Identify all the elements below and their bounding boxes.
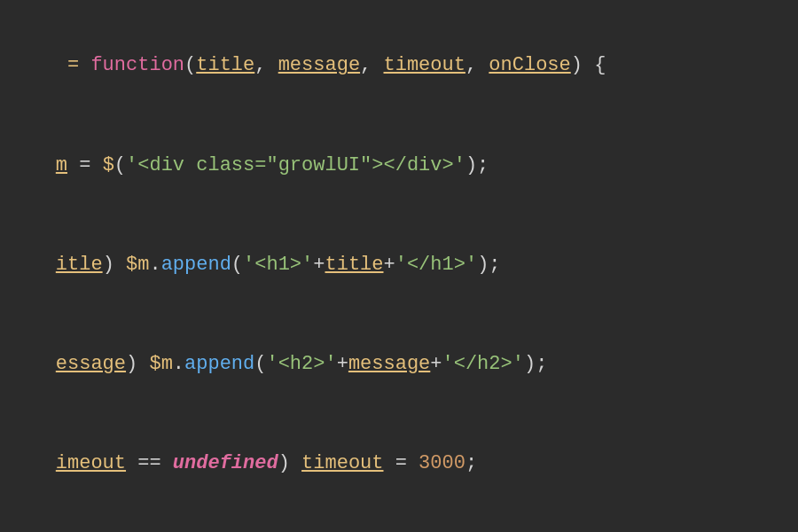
token-semi1: ; — [466, 452, 477, 474]
token-m-ref2: $m — [149, 353, 172, 375]
token-str-h1-open: '<h1>' — [243, 254, 313, 276]
token-param-message: message — [278, 54, 360, 76]
token-plus4: + — [430, 353, 442, 375]
token-str-h2-close: '</h2>' — [442, 353, 524, 375]
token-3000: 3000 — [419, 452, 466, 474]
token-comma1: , — [254, 54, 278, 76]
token-message-ref: message — [348, 353, 430, 375]
token-undefined: undefined — [173, 452, 278, 474]
token-itle: itle — [56, 254, 103, 276]
token-rparen4: ) — [126, 353, 149, 375]
token-rparen: ); — [466, 154, 489, 176]
code-line-1: = function(title, message, timeout, onCl… — [9, 16, 798, 115]
token-m-ref1: $m — [126, 254, 149, 276]
token-dot2: . — [173, 353, 184, 375]
token-param-onclose: onClose — [489, 54, 570, 76]
token-str-h2-open: '<h2>' — [266, 353, 336, 375]
code-editor: = function(title, message, timeout, onCl… — [0, 0, 798, 532]
token-plus1: + — [313, 254, 325, 276]
token-str-h1-close: '</h1>' — [395, 254, 477, 276]
token-append2: append — [184, 353, 254, 375]
token-paren-close: ) { — [571, 54, 606, 76]
token-comma2: , — [360, 54, 383, 76]
token-string: '<div class="growlUI"></div>' — [126, 154, 466, 176]
token-eqeq: == — [126, 452, 173, 474]
token-comma3: , — [466, 54, 489, 76]
token-eq2: = — [384, 452, 419, 474]
token-plus2: + — [384, 254, 395, 276]
token-timeout-assign: timeout — [301, 452, 383, 474]
code-line-4: essage) $m.append('<h2>'+message+'</h2>'… — [9, 315, 798, 414]
code-line-6: ckUI({ — [9, 513, 798, 532]
token-dollar: $ — [103, 154, 114, 176]
token-lparen: ( — [114, 154, 126, 176]
token-append1: append — [161, 254, 231, 276]
token-rparen5: ); — [524, 353, 547, 375]
token-rparen6: ) — [278, 452, 301, 474]
token-plus3: + — [337, 353, 348, 375]
token-lparen3: ( — [254, 353, 266, 375]
token-param-title: title — [196, 54, 254, 76]
token-lparen2: ( — [231, 254, 243, 276]
token-imeout1: imeout — [56, 452, 126, 474]
token-dot1: . — [149, 254, 160, 276]
code-line-5: imeout == undefined) timeout = 3000; — [9, 414, 798, 513]
token-rparen3: ); — [477, 254, 500, 276]
token-m-var: m — [56, 154, 67, 176]
code-line-3: itle) $m.append('<h1>'+title+'</h1>'); — [9, 215, 798, 314]
token-equals: = — [56, 54, 91, 76]
token-rparen2: ) — [103, 254, 126, 276]
token-title-ref: title — [325, 254, 383, 276]
token-essage: essage — [56, 353, 126, 375]
token-assign: = — [67, 154, 103, 176]
token-param-timeout: timeout — [384, 54, 466, 76]
token-paren: ( — [184, 54, 196, 76]
code-line-2: m = $('<div class="growlUI"></div>'); — [9, 115, 798, 215]
token-function-kw: function — [90, 54, 184, 76]
